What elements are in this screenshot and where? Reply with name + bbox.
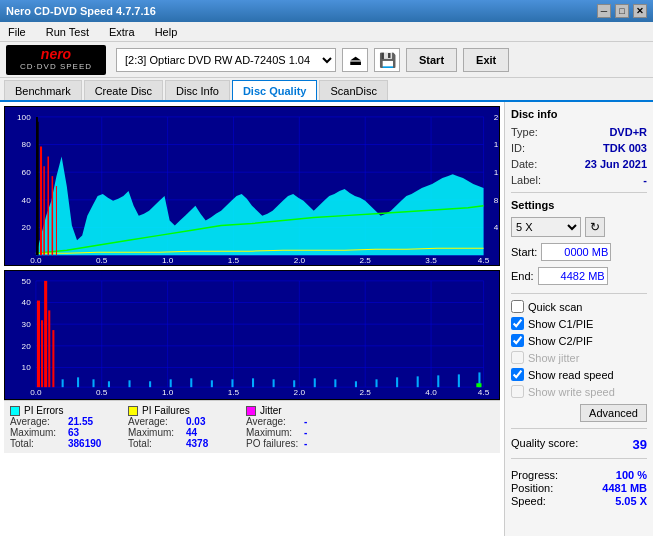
quick-scan-checkbox[interactable]	[511, 300, 524, 313]
pi-failures-total-row: Total: 4378	[128, 438, 226, 449]
svg-rect-93	[437, 375, 439, 387]
tab-benchmark[interactable]: Benchmark	[4, 80, 82, 100]
svg-rect-89	[355, 381, 357, 387]
show-write-checkbox	[511, 385, 524, 398]
svg-text:20: 20	[494, 113, 499, 122]
show-jitter-row: Show jitter	[511, 351, 647, 364]
end-input[interactable]	[538, 267, 608, 285]
svg-text:30: 30	[22, 320, 32, 329]
svg-rect-73	[52, 330, 54, 387]
svg-text:0.5: 0.5	[96, 388, 108, 397]
menu-bar: File Run Test Extra Help	[0, 22, 653, 42]
svg-rect-75	[77, 377, 79, 387]
svg-rect-80	[170, 379, 172, 387]
svg-text:40: 40	[22, 299, 32, 308]
quality-score-row: Quality score: 39	[511, 437, 647, 452]
svg-rect-70	[41, 320, 43, 387]
svg-rect-83	[231, 379, 233, 387]
svg-rect-90	[376, 379, 378, 387]
svg-text:60: 60	[22, 168, 32, 177]
quick-scan-row[interactable]: Quick scan	[511, 300, 647, 313]
svg-text:2.0: 2.0	[294, 388, 306, 397]
disc-id-row: ID: TDK 003	[511, 142, 647, 154]
save-icon-button[interactable]: 💾	[374, 48, 400, 72]
svg-rect-82	[211, 380, 213, 387]
drive-select[interactable]: [2:3] Optiarc DVD RW AD-7240S 1.04	[116, 48, 336, 72]
progress-section: Progress: 100 % Position: 4481 MB Speed:…	[511, 469, 647, 508]
maximize-button[interactable]: □	[615, 4, 629, 18]
charts-area: 100 80 60 40 20 20 16 12 8 4 0.0 0.5 1.0…	[0, 102, 505, 536]
svg-text:10: 10	[22, 364, 32, 373]
svg-rect-76	[92, 379, 94, 387]
tab-bar: Benchmark Create Disc Disc Info Disc Qua…	[0, 78, 653, 102]
svg-text:0.5: 0.5	[96, 256, 108, 265]
svg-rect-87	[314, 378, 316, 387]
svg-rect-91	[396, 377, 398, 387]
pi-errors-max-row: Maximum: 63	[10, 427, 108, 438]
show-read-row[interactable]: Show read speed	[511, 368, 647, 381]
chart-top-svg: 100 80 60 40 20 20 16 12 8 4 0.0 0.5 1.0…	[5, 107, 499, 265]
start-input[interactable]	[541, 243, 611, 261]
pi-errors-label: PI Errors	[10, 405, 108, 416]
show-read-checkbox[interactable]	[511, 368, 524, 381]
tab-create-disc[interactable]: Create Disc	[84, 80, 163, 100]
svg-rect-81	[190, 378, 192, 387]
svg-text:40: 40	[22, 196, 32, 205]
svg-rect-86	[293, 380, 295, 387]
svg-text:8: 8	[494, 196, 499, 205]
eject-icon-button[interactable]: ⏏	[342, 48, 368, 72]
close-button[interactable]: ✕	[633, 4, 647, 18]
divider-1	[511, 192, 647, 193]
advanced-button[interactable]: Advanced	[580, 404, 647, 422]
progress-row: Progress: 100 %	[511, 469, 647, 481]
pi-errors-avg-row: Average: 21.55	[10, 416, 108, 427]
show-c1-pie-checkbox[interactable]	[511, 317, 524, 330]
logo-top: nero	[41, 47, 71, 62]
svg-rect-69	[37, 301, 40, 388]
pi-errors-color	[10, 406, 20, 416]
pi-errors-stats: PI Errors Average: 21.55 Maximum: 63 Tot…	[10, 405, 108, 449]
show-c1-pie-row[interactable]: Show C1/PIE	[511, 317, 647, 330]
pi-failures-max-row: Maximum: 44	[128, 427, 226, 438]
title-bar: Nero CD-DVD Speed 4.7.7.16 ─ □ ✕	[0, 0, 653, 22]
disc-date-row: Date: 23 Jun 2021	[511, 158, 647, 170]
minimize-button[interactable]: ─	[597, 4, 611, 18]
stats-bar: PI Errors Average: 21.55 Maximum: 63 Tot…	[4, 400, 500, 453]
divider-2	[511, 293, 647, 294]
menu-file[interactable]: File	[4, 24, 30, 40]
svg-rect-72	[48, 310, 50, 387]
jitter-po-row: PO failures: -	[246, 438, 344, 449]
svg-rect-74	[62, 379, 64, 387]
svg-text:1.5: 1.5	[228, 388, 240, 397]
chart-bottom-svg: 50 40 30 20 10 0.0 0.5 1.0 1.5 2.0 2.5 4…	[5, 271, 499, 399]
speed-select[interactable]: 5 X	[511, 217, 581, 237]
tab-scan-disc[interactable]: ScanDisc	[319, 80, 387, 100]
svg-rect-94	[458, 374, 460, 387]
pi-failures-label: PI Failures	[128, 405, 226, 416]
svg-text:3.5: 3.5	[425, 256, 437, 265]
menu-extra[interactable]: Extra	[105, 24, 139, 40]
right-panel: Disc info Type: DVD+R ID: TDK 003 Date: …	[505, 102, 653, 536]
exit-button[interactable]: Exit	[463, 48, 509, 72]
window-controls: ─ □ ✕	[597, 4, 647, 18]
start-button[interactable]: Start	[406, 48, 457, 72]
menu-help[interactable]: Help	[151, 24, 182, 40]
tab-disc-quality[interactable]: Disc Quality	[232, 80, 318, 100]
menu-run-test[interactable]: Run Test	[42, 24, 93, 40]
disc-type-row: Type: DVD+R	[511, 126, 647, 138]
svg-text:2.5: 2.5	[360, 256, 372, 265]
svg-text:16: 16	[494, 141, 499, 150]
svg-text:80: 80	[22, 141, 32, 150]
show-c2-pif-row[interactable]: Show C2/PIF	[511, 334, 647, 347]
jitter-stats: Jitter Average: - Maximum: - PO failures…	[246, 405, 344, 449]
main-content: 100 80 60 40 20 20 16 12 8 4 0.0 0.5 1.0…	[0, 102, 653, 536]
refresh-button[interactable]: ↻	[585, 217, 605, 237]
logo-bottom: CD·DVD SPEED	[20, 63, 92, 72]
tab-disc-info[interactable]: Disc Info	[165, 80, 230, 100]
svg-rect-79	[149, 381, 151, 387]
show-c2-pif-checkbox[interactable]	[511, 334, 524, 347]
start-mb-row: Start:	[511, 243, 647, 261]
svg-text:4.5: 4.5	[478, 388, 490, 397]
svg-rect-92	[417, 376, 419, 387]
divider-3	[511, 428, 647, 429]
